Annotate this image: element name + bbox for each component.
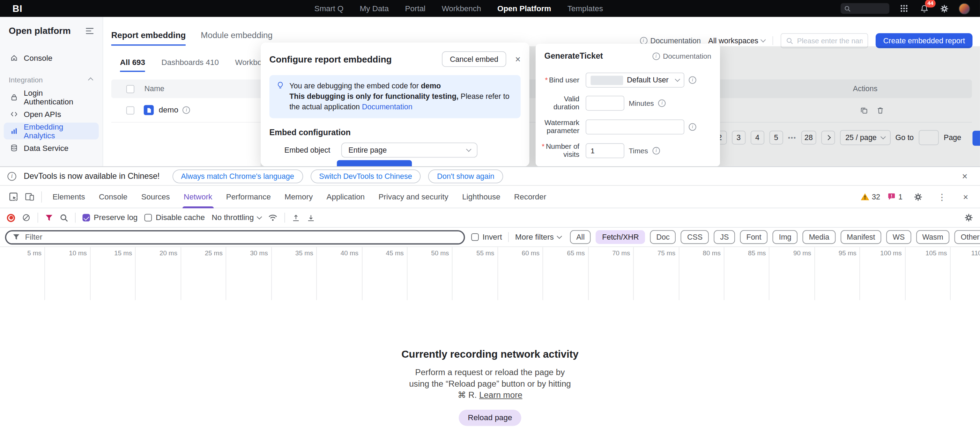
tab-sources[interactable]: Sources — [134, 185, 177, 208]
chip-ws[interactable]: WS — [886, 230, 911, 244]
banner-close-icon[interactable]: × — [962, 171, 967, 181]
devtools-menu-kebab-icon[interactable]: ⋮ — [934, 188, 950, 205]
cancel-embed-button[interactable]: Cancel embed — [442, 51, 506, 67]
dialog-close-icon[interactable]: × — [515, 54, 521, 64]
number-of-visits-input[interactable]: 1 — [585, 143, 624, 158]
ruler-label: 35 ms — [295, 249, 313, 256]
info-icon[interactable] — [652, 147, 660, 154]
preserve-log-checkbox[interactable]: Preserve log — [83, 213, 137, 222]
inspect-element-icon[interactable] — [5, 188, 21, 205]
nav-item-portal[interactable]: Portal — [405, 4, 425, 13]
nav-item-open-platform[interactable]: Open Platform — [497, 4, 551, 13]
network-filter-input[interactable]: Filter — [5, 230, 465, 244]
disable-cache-checkbox[interactable]: Disable cache — [145, 213, 205, 222]
reload-page-button[interactable]: Reload page — [458, 410, 522, 426]
ruler-division: 40 ms — [317, 247, 362, 300]
ruler-division: 70 ms — [589, 247, 634, 300]
warnings-indicator[interactable]: 32 — [861, 192, 880, 201]
dont-show-again-button[interactable]: Don't show again — [428, 169, 503, 183]
modal-documentation-link[interactable]: Documentation — [362, 103, 412, 112]
search-icon — [844, 5, 851, 11]
report-info-icon[interactable] — [183, 106, 190, 113]
nav-item-my-data[interactable]: My Data — [360, 4, 389, 13]
chip-other[interactable]: Other — [955, 230, 980, 244]
sidebar-item-embedding-analytics[interactable]: Embedding Analytics — [4, 123, 99, 139]
apps-grid-icon[interactable] — [899, 3, 909, 14]
floating-widget[interactable] — [972, 131, 980, 146]
network-search-icon[interactable] — [60, 214, 68, 222]
record-button[interactable] — [7, 214, 15, 222]
tab-network[interactable]: Network — [177, 185, 219, 208]
invert-checkbox[interactable]: Invert — [471, 233, 502, 241]
watermark-parameter-input[interactable] — [585, 120, 684, 134]
notifications-bell-icon[interactable]: 44 — [919, 3, 929, 14]
valid-duration-input[interactable] — [585, 96, 624, 111]
nav-item-smart-q[interactable]: Smart Q — [315, 4, 344, 13]
devtools-close-icon[interactable]: × — [958, 188, 974, 205]
embed-object-select[interactable]: Entire page — [341, 142, 477, 158]
chip-fetch-xhr[interactable]: Fetch/XHR — [596, 230, 645, 244]
more-filters-button[interactable]: More filters — [515, 233, 561, 241]
nav-item-templates[interactable]: Templates — [568, 4, 603, 13]
empty-state-line: Perform a request or reload the page by — [415, 368, 565, 377]
import-har-icon[interactable] — [307, 214, 315, 222]
app-logo[interactable]: BI — [13, 3, 23, 14]
chip-img[interactable]: Img — [773, 230, 798, 244]
debug-report-name: demo — [421, 81, 441, 90]
chip-manifest[interactable]: Manifest — [840, 230, 881, 244]
export-har-icon[interactable] — [292, 214, 300, 222]
tab-application[interactable]: Application — [320, 185, 372, 208]
subtab-dashboards[interactable]: Dashboards 410 — [162, 58, 219, 72]
throttling-select[interactable]: No throttling — [212, 213, 261, 222]
switch-devtools-chinese-button[interactable]: Switch DevTools to Chinese — [310, 169, 420, 183]
sidebar-item-login-authentication[interactable]: Login Authentication — [4, 89, 99, 105]
nav-item-workbench[interactable]: Workbench — [442, 4, 481, 13]
filter-funnel-icon[interactable] — [45, 214, 53, 222]
name-search-field[interactable] — [797, 37, 863, 45]
info-icon[interactable] — [658, 99, 665, 107]
chip-font[interactable]: Font — [740, 230, 768, 244]
clear-network-log-icon[interactable] — [22, 213, 31, 222]
select-all-checkbox[interactable] — [126, 85, 134, 93]
subtab-all[interactable]: All 693 — [120, 58, 145, 72]
tab-lighthouse[interactable]: Lighthouse — [455, 185, 507, 208]
devtools-settings-gear-icon[interactable] — [910, 188, 926, 205]
chip-doc[interactable]: Doc — [650, 230, 676, 244]
chip-js[interactable]: JS — [714, 230, 735, 244]
tab-memory[interactable]: Memory — [278, 185, 320, 208]
tab-report-embedding[interactable]: Report embedding — [111, 31, 186, 46]
ticket-documentation-link[interactable]: Documentation — [652, 53, 711, 60]
match-chrome-language-button[interactable]: Always match Chrome's language — [172, 169, 302, 183]
preserve-log-label: Preserve log — [94, 213, 138, 222]
bind-user-select[interactable]: Default User — [585, 73, 684, 88]
create-embedded-report-button[interactable]: Create embedded report — [876, 33, 972, 48]
sidebar-section-integration[interactable]: Integration — [9, 76, 92, 83]
info-icon[interactable] — [689, 76, 696, 83]
user-avatar[interactable] — [959, 3, 970, 14]
sidebar-item-open-apis[interactable]: Open APIs — [4, 106, 99, 123]
name-search-input[interactable] — [781, 33, 868, 48]
network-conditions-icon[interactable] — [268, 214, 277, 221]
global-search-input[interactable] — [841, 3, 889, 14]
sidebar-item-console[interactable]: Console — [4, 49, 99, 66]
chip-all[interactable]: All — [570, 230, 591, 244]
device-toolbar-icon[interactable] — [21, 188, 38, 205]
issues-indicator[interactable]: 1 — [888, 192, 902, 201]
chip-media[interactable]: Media — [803, 230, 835, 244]
tab-recorder[interactable]: Recorder — [507, 185, 553, 208]
tab-performance[interactable]: Performance — [219, 185, 278, 208]
tab-elements[interactable]: Elements — [46, 185, 92, 208]
tab-console[interactable]: Console — [92, 185, 134, 208]
info-icon — [640, 37, 647, 45]
chip-wasm[interactable]: Wasm — [916, 230, 950, 244]
learn-more-link[interactable]: Learn more — [479, 390, 522, 399]
tab-privacy-and-security[interactable]: Privacy and security — [372, 185, 455, 208]
chip-css[interactable]: CSS — [681, 230, 709, 244]
tab-module-embedding[interactable]: Module embedding — [200, 31, 272, 46]
sidebar-item-data-service[interactable]: Data Service — [4, 139, 99, 156]
row-checkbox[interactable] — [126, 106, 134, 114]
collapse-sidebar-icon[interactable] — [86, 27, 94, 34]
settings-gear-icon[interactable] — [939, 3, 949, 14]
info-icon[interactable] — [689, 123, 696, 131]
network-settings-gear-icon[interactable] — [964, 213, 973, 222]
